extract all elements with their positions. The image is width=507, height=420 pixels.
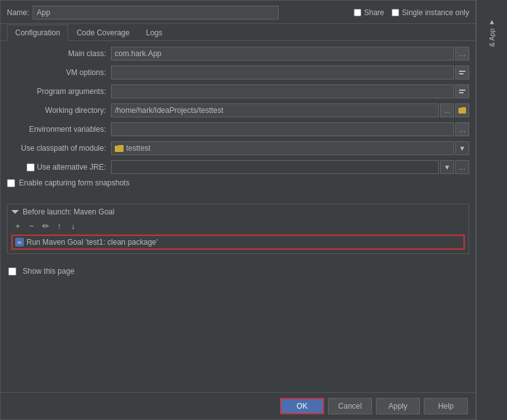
vm-options-input[interactable] [111, 66, 454, 79]
launch-item[interactable]: m Run Maven Goal 'test1: clean package' [11, 235, 465, 250]
svg-rect-3 [459, 92, 463, 93]
svg-rect-0 [459, 71, 465, 72]
working-dir-macro-btn[interactable]: … [440, 103, 454, 117]
before-launch-label: Before launch: Maven Goal [23, 207, 114, 216]
jre-row: Use alternative JRE: ▼ … [7, 160, 469, 175]
tab-code-coverage[interactable]: Code Coverage [68, 25, 137, 41]
classpath-label: Use classpath of module: [7, 144, 111, 153]
apply-button[interactable]: Apply [376, 398, 420, 414]
cancel-button[interactable]: Cancel [328, 398, 372, 414]
right-panel-label: & App ▼ [488, 19, 496, 47]
snapshot-checkbox[interactable] [7, 179, 15, 187]
working-dir-input-wrapper: … [111, 103, 469, 117]
help-button[interactable]: Help [424, 398, 468, 414]
show-page-checkbox[interactable] [8, 267, 16, 276]
svg-rect-1 [459, 73, 463, 74]
move-down-btn[interactable]: ↓ [67, 219, 79, 232]
classpath-row: Use classpath of module: testtest ▼ [7, 141, 469, 156]
before-launch-list: m Run Maven Goal 'test1: clean package' [9, 233, 467, 252]
working-dir-input[interactable] [111, 103, 439, 117]
classpath-module-wrapper: testtest ▼ [111, 141, 469, 155]
jre-browse-btn[interactable]: … [455, 160, 469, 174]
working-dir-label: Working directory: [7, 106, 111, 115]
single-instance-label: Single instance only [402, 8, 469, 17]
tab-configuration[interactable]: Configuration [7, 25, 68, 41]
move-up-btn[interactable]: ↑ [53, 219, 66, 232]
before-launch-toggle[interactable] [11, 210, 19, 214]
jre-label-area: Use alternative JRE: [7, 163, 111, 172]
before-launch-header: Before launch: Maven Goal [9, 206, 467, 218]
jre-input-wrapper: ▼ … [111, 160, 469, 174]
single-instance-checkbox[interactable] [392, 9, 399, 16]
svg-rect-2 [459, 90, 465, 91]
share-checkbox[interactable] [354, 9, 361, 16]
before-launch-toolbar: + − ✏ ↑ ↓ [9, 218, 467, 233]
env-vars-input[interactable] [111, 122, 454, 136]
env-vars-browse-btn[interactable]: … [455, 122, 469, 136]
classpath-dropdown-btn[interactable]: ▼ [455, 141, 469, 155]
env-vars-input-wrapper: … [111, 122, 469, 136]
vm-options-row: VM options: [7, 65, 469, 80]
maven-icon: m [15, 238, 24, 247]
before-launch-section: Before launch: Maven Goal + − ✏ ↑ ↓ m [7, 204, 469, 254]
name-label: Name: [7, 8, 29, 17]
snapshot-row: Enable capturing form snapshots [7, 178, 469, 187]
name-options: Share Single instance only [354, 8, 469, 17]
vm-options-label: VM options: [7, 68, 111, 77]
env-vars-label: Environment variables: [7, 125, 111, 134]
main-class-input-wrapper: … [111, 47, 469, 61]
jre-dropdown-btn[interactable]: ▼ [440, 160, 454, 174]
program-args-input-wrapper [111, 85, 469, 98]
classpath-module-value: testtest [126, 144, 151, 153]
working-dir-folder-btn[interactable] [455, 103, 469, 117]
module-folder-icon [115, 145, 124, 152]
show-page-label: Show this page [23, 267, 74, 276]
main-class-row: Main class: … [7, 46, 469, 61]
program-args-input[interactable] [111, 85, 454, 98]
single-instance-checkbox-row: Single instance only [392, 8, 469, 17]
jre-checkbox[interactable] [26, 163, 35, 172]
program-args-row: Program arguments: [7, 84, 469, 99]
main-class-input[interactable] [111, 47, 454, 61]
program-args-label: Program arguments: [7, 87, 111, 96]
working-dir-row: Working directory: … [7, 103, 469, 118]
buttons-bar: OK Cancel Apply Help [1, 392, 475, 419]
tab-logs[interactable]: Logs [137, 25, 170, 41]
remove-task-btn[interactable]: − [25, 219, 38, 232]
show-page-row: Show this page [7, 263, 469, 278]
main-class-label: Main class: [7, 49, 111, 58]
right-panel: & App ▼ [476, 0, 507, 420]
tabs-bar: Configuration Code Coverage Logs [1, 24, 475, 41]
ok-button[interactable]: OK [280, 398, 324, 414]
name-row: Name: Share Single instance only [1, 1, 475, 24]
vm-options-expand-btn[interactable] [455, 66, 469, 79]
snapshot-label: Enable capturing form snapshots [19, 178, 129, 187]
add-task-btn[interactable]: + [11, 219, 24, 232]
content-area: Main class: … VM options: Program arg [1, 41, 475, 392]
svg-text:m: m [18, 240, 21, 245]
name-input[interactable] [33, 6, 279, 20]
share-label: Share [364, 8, 384, 17]
share-checkbox-row: Share [354, 8, 384, 17]
program-args-expand-btn[interactable] [455, 85, 469, 98]
main-class-browse-btn[interactable]: … [455, 47, 469, 61]
vm-options-input-wrapper [111, 66, 469, 79]
jre-input[interactable] [111, 160, 439, 174]
jre-label: Use alternative JRE: [37, 163, 106, 172]
launch-item-label: Run Maven Goal 'test1: clean package' [26, 238, 158, 247]
env-vars-row: Environment variables: … [7, 122, 469, 137]
edit-task-btn[interactable]: ✏ [39, 219, 52, 232]
